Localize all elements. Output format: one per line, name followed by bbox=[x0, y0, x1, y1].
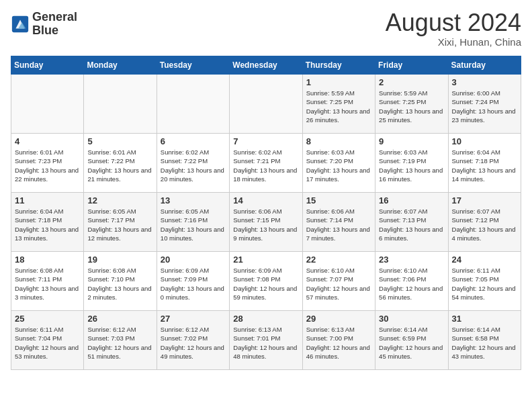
cell-info: Sunrise: 6:13 AM Sunset: 7:01 PM Dayligh… bbox=[233, 325, 298, 361]
calendar-cell: 26Sunrise: 6:12 AM Sunset: 7:03 PM Dayli… bbox=[84, 311, 157, 370]
calendar-cell bbox=[84, 75, 157, 134]
cell-info: Sunrise: 6:00 AM Sunset: 7:24 PM Dayligh… bbox=[452, 89, 517, 124]
cell-info: Sunrise: 6:06 AM Sunset: 7:15 PM Dayligh… bbox=[233, 207, 298, 242]
day-number: 17 bbox=[452, 195, 517, 205]
cell-info: Sunrise: 6:09 AM Sunset: 7:08 PM Dayligh… bbox=[233, 266, 298, 302]
calendar-cell: 25Sunrise: 6:11 AM Sunset: 7:04 PM Dayli… bbox=[11, 311, 84, 370]
day-number: 25 bbox=[15, 314, 80, 324]
day-number: 9 bbox=[379, 136, 444, 146]
calendar-table: SundayMondayTuesdayWednesdayThursdayFrid… bbox=[11, 56, 521, 370]
calendar-cell: 1Sunrise: 5:59 AM Sunset: 7:25 PM Daylig… bbox=[302, 75, 375, 134]
calendar-cell: 21Sunrise: 6:09 AM Sunset: 7:08 PM Dayli… bbox=[230, 252, 302, 311]
day-number: 23 bbox=[379, 255, 444, 265]
calendar-cell: 4Sunrise: 6:01 AM Sunset: 7:23 PM Daylig… bbox=[11, 134, 84, 193]
calendar-cell: 31Sunrise: 6:14 AM Sunset: 6:58 PM Dayli… bbox=[448, 311, 521, 370]
calendar-cell: 12Sunrise: 6:05 AM Sunset: 7:17 PM Dayli… bbox=[84, 193, 157, 252]
calendar-cell: 5Sunrise: 6:01 AM Sunset: 7:22 PM Daylig… bbox=[84, 134, 157, 193]
calendar-cell bbox=[157, 75, 229, 134]
cell-info: Sunrise: 6:14 AM Sunset: 6:59 PM Dayligh… bbox=[379, 325, 444, 361]
day-number: 22 bbox=[306, 255, 371, 265]
calendar-cell: 17Sunrise: 6:07 AM Sunset: 7:12 PM Dayli… bbox=[448, 193, 521, 252]
cell-info: Sunrise: 6:10 AM Sunset: 7:07 PM Dayligh… bbox=[306, 266, 371, 302]
calendar-cell: 8Sunrise: 6:03 AM Sunset: 7:20 PM Daylig… bbox=[302, 134, 375, 193]
header-cell-friday: Friday bbox=[375, 56, 448, 75]
cell-info: Sunrise: 6:04 AM Sunset: 7:18 PM Dayligh… bbox=[452, 148, 517, 183]
week-row-1: 4Sunrise: 6:01 AM Sunset: 7:23 PM Daylig… bbox=[11, 134, 521, 193]
calendar-cell: 29Sunrise: 6:13 AM Sunset: 7:00 PM Dayli… bbox=[302, 311, 375, 370]
cell-info: Sunrise: 6:08 AM Sunset: 7:11 PM Dayligh… bbox=[15, 266, 80, 302]
cell-info: Sunrise: 6:12 AM Sunset: 7:03 PM Dayligh… bbox=[87, 325, 152, 361]
day-number: 12 bbox=[87, 195, 152, 205]
day-number: 5 bbox=[87, 136, 152, 146]
day-number: 10 bbox=[452, 136, 517, 146]
week-row-2: 11Sunrise: 6:04 AM Sunset: 7:18 PM Dayli… bbox=[11, 193, 521, 252]
day-number: 24 bbox=[452, 255, 517, 265]
cell-info: Sunrise: 6:06 AM Sunset: 7:14 PM Dayligh… bbox=[306, 207, 371, 242]
page-header: General Blue August 2024 Xixi, Hunan, Ch… bbox=[11, 11, 521, 48]
cell-info: Sunrise: 6:13 AM Sunset: 7:00 PM Dayligh… bbox=[306, 325, 371, 361]
day-number: 7 bbox=[233, 136, 298, 146]
calendar-cell: 10Sunrise: 6:04 AM Sunset: 7:18 PM Dayli… bbox=[448, 134, 521, 193]
calendar-cell: 27Sunrise: 6:12 AM Sunset: 7:02 PM Dayli… bbox=[157, 311, 229, 370]
calendar-cell: 19Sunrise: 6:08 AM Sunset: 7:10 PM Dayli… bbox=[84, 252, 157, 311]
day-number: 2 bbox=[379, 77, 444, 87]
cell-info: Sunrise: 6:04 AM Sunset: 7:18 PM Dayligh… bbox=[15, 207, 80, 242]
cell-info: Sunrise: 6:01 AM Sunset: 7:22 PM Dayligh… bbox=[87, 148, 152, 183]
cell-info: Sunrise: 6:08 AM Sunset: 7:10 PM Dayligh… bbox=[87, 266, 152, 302]
header-cell-saturday: Saturday bbox=[448, 56, 521, 75]
calendar-cell: 13Sunrise: 6:05 AM Sunset: 7:16 PM Dayli… bbox=[157, 193, 229, 252]
week-row-4: 25Sunrise: 6:11 AM Sunset: 7:04 PM Dayli… bbox=[11, 311, 521, 370]
day-number: 13 bbox=[161, 195, 226, 205]
cell-info: Sunrise: 5:59 AM Sunset: 7:25 PM Dayligh… bbox=[379, 89, 444, 124]
calendar-cell bbox=[230, 75, 302, 134]
day-number: 19 bbox=[87, 255, 152, 265]
calendar-cell: 14Sunrise: 6:06 AM Sunset: 7:15 PM Dayli… bbox=[230, 193, 302, 252]
day-number: 30 bbox=[379, 314, 444, 324]
cell-info: Sunrise: 6:03 AM Sunset: 7:20 PM Dayligh… bbox=[306, 148, 371, 183]
week-row-3: 18Sunrise: 6:08 AM Sunset: 7:11 PM Dayli… bbox=[11, 252, 521, 311]
header-cell-sunday: Sunday bbox=[11, 56, 84, 75]
calendar-cell: 16Sunrise: 6:07 AM Sunset: 7:13 PM Dayli… bbox=[375, 193, 448, 252]
calendar-cell: 11Sunrise: 6:04 AM Sunset: 7:18 PM Dayli… bbox=[11, 193, 84, 252]
cell-info: Sunrise: 6:07 AM Sunset: 7:13 PM Dayligh… bbox=[379, 207, 444, 242]
day-number: 29 bbox=[306, 314, 371, 324]
calendar-cell: 15Sunrise: 6:06 AM Sunset: 7:14 PM Dayli… bbox=[302, 193, 375, 252]
cell-info: Sunrise: 6:05 AM Sunset: 7:17 PM Dayligh… bbox=[87, 207, 152, 242]
calendar-cell: 23Sunrise: 6:10 AM Sunset: 7:06 PM Dayli… bbox=[375, 252, 448, 311]
day-number: 4 bbox=[15, 136, 80, 146]
calendar-cell: 9Sunrise: 6:03 AM Sunset: 7:19 PM Daylig… bbox=[375, 134, 448, 193]
day-number: 31 bbox=[452, 314, 517, 324]
calendar-cell: 30Sunrise: 6:14 AM Sunset: 6:59 PM Dayli… bbox=[375, 311, 448, 370]
header-cell-thursday: Thursday bbox=[302, 56, 375, 75]
calendar-cell bbox=[11, 75, 84, 134]
logo-text: General Blue bbox=[32, 11, 77, 38]
calendar-cell: 6Sunrise: 6:02 AM Sunset: 7:22 PM Daylig… bbox=[157, 134, 229, 193]
cell-info: Sunrise: 6:01 AM Sunset: 7:23 PM Dayligh… bbox=[15, 148, 80, 183]
day-number: 20 bbox=[161, 255, 226, 265]
day-number: 6 bbox=[161, 136, 226, 146]
header-row: SundayMondayTuesdayWednesdayThursdayFrid… bbox=[11, 56, 521, 75]
cell-info: Sunrise: 6:03 AM Sunset: 7:19 PM Dayligh… bbox=[379, 148, 444, 183]
calendar-cell: 7Sunrise: 6:02 AM Sunset: 7:21 PM Daylig… bbox=[230, 134, 302, 193]
calendar-cell: 2Sunrise: 5:59 AM Sunset: 7:25 PM Daylig… bbox=[375, 75, 448, 134]
month-year: August 2024 bbox=[386, 11, 521, 35]
cell-info: Sunrise: 6:07 AM Sunset: 7:12 PM Dayligh… bbox=[452, 207, 517, 242]
cell-info: Sunrise: 6:11 AM Sunset: 7:05 PM Dayligh… bbox=[452, 266, 517, 302]
header-cell-monday: Monday bbox=[84, 56, 157, 75]
day-number: 11 bbox=[15, 195, 80, 205]
calendar-cell: 22Sunrise: 6:10 AM Sunset: 7:07 PM Dayli… bbox=[302, 252, 375, 311]
cell-info: Sunrise: 6:10 AM Sunset: 7:06 PM Dayligh… bbox=[379, 266, 444, 302]
header-cell-wednesday: Wednesday bbox=[230, 56, 302, 75]
day-number: 16 bbox=[379, 195, 444, 205]
calendar-cell: 18Sunrise: 6:08 AM Sunset: 7:11 PM Dayli… bbox=[11, 252, 84, 311]
cell-info: Sunrise: 6:02 AM Sunset: 7:21 PM Dayligh… bbox=[233, 148, 298, 183]
day-number: 14 bbox=[233, 195, 298, 205]
cell-info: Sunrise: 6:05 AM Sunset: 7:16 PM Dayligh… bbox=[161, 207, 226, 242]
cell-info: Sunrise: 6:14 AM Sunset: 6:58 PM Dayligh… bbox=[452, 325, 517, 361]
cell-info: Sunrise: 6:11 AM Sunset: 7:04 PM Dayligh… bbox=[15, 325, 80, 361]
day-number: 8 bbox=[306, 136, 371, 146]
logo-line2: Blue bbox=[32, 24, 77, 38]
location: Xixi, Hunan, China bbox=[386, 36, 521, 48]
header-cell-tuesday: Tuesday bbox=[157, 56, 229, 75]
calendar-header: SundayMondayTuesdayWednesdayThursdayFrid… bbox=[11, 56, 521, 75]
